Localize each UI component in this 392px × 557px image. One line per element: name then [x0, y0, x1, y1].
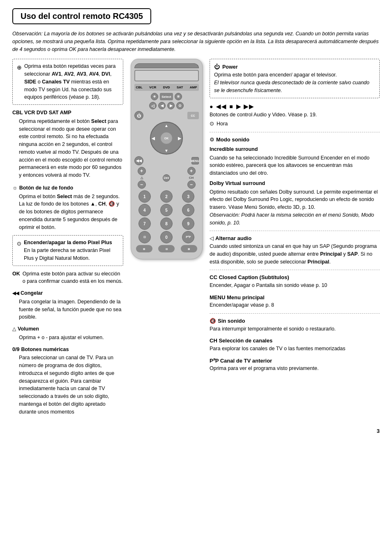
num-1-button[interactable]: 1 [138, 190, 151, 203]
menu-button[interactable]: MENU [191, 157, 199, 164]
mute-icon: 🔇 [210, 317, 216, 325]
bottom-btn-1[interactable]: ⊞ [136, 245, 152, 252]
alt-audio-icon: ◁ [210, 235, 214, 243]
hora-icon: ⊙ [210, 120, 214, 128]
sound-mode-icon: ⚙ [210, 136, 214, 144]
vol-plus-button[interactable]: + [138, 167, 146, 175]
av-input-box: ⊕ Oprima esta botón repetidas veces para… [12, 59, 123, 105]
freeze-section: ◀◀ Congelar Para congelar la imagen. Dep… [12, 289, 123, 321]
left-column: ⊕ Oprima esta botón repetidas veces para… [12, 59, 123, 420]
remote-top-bar [134, 63, 199, 68]
mode-dvd[interactable]: DVD [162, 85, 171, 90]
power-title: Power [222, 63, 238, 71]
mute-section: 🔇 Sin sonido Para interrumpir temporalme… [210, 317, 380, 333]
media-icons: ● ◀◀ ■ ▶ ▶▶ [210, 102, 380, 111]
freeze-title: Congelar [21, 289, 43, 297]
ch-block: + CH − [187, 167, 196, 189]
mode-cbl[interactable]: CBL [135, 85, 143, 90]
num-2-button[interactable]: 2 [160, 190, 173, 203]
remote-screen [134, 70, 199, 81]
mode-vcr[interactable]: VCR [148, 85, 157, 90]
numeric-section: 0/9 Botones numéricas Para seleccionar u… [12, 346, 123, 416]
separator-4 [210, 313, 380, 314]
mode-sat[interactable]: SAT [176, 85, 184, 90]
bottom-btn-3[interactable]: ⊠ [181, 245, 197, 252]
nav-left-button[interactable]: ◀ [152, 136, 155, 141]
page-title: Uso del control remoto RC4305 [21, 12, 143, 21]
dolby-note: Observación: Podrá hacer la misma selecc… [210, 211, 380, 227]
pixel-plus-box: ⊙ Encender/apagar la demo Pixel Plus En … [12, 235, 123, 266]
separator-3 [210, 270, 380, 270]
title-box: Uso del control remoto RC4305 [12, 8, 151, 24]
ch-sel-title: CH Selección de canales [210, 337, 380, 345]
center-column: CBL VCR DVD SAT AMP ⊕ Select ⊞ ◁ ◀ ▶ [127, 59, 205, 259]
num-6-button[interactable]: 6 [182, 204, 194, 216]
dolby-text: Optimo resultado con señales Dolby surro… [210, 188, 380, 211]
nav-up-button[interactable]: ▲ [164, 123, 168, 128]
select-button[interactable]: Select [160, 93, 173, 100]
mute-title: Sin sonido [218, 317, 245, 325]
remote-row-power: ⏻ CC [134, 111, 199, 120]
nav-down-button[interactable]: ▼ [164, 148, 168, 153]
nav-right-button[interactable]: ▶ [178, 136, 181, 141]
num-9-button[interactable]: 9 [182, 217, 194, 230]
right-column: ⏻ Power Oprima este botón para encender/… [210, 59, 380, 377]
ok-section: OK Oprima este botón para activar su ele… [12, 270, 123, 286]
num-0-button[interactable]: 0 [160, 231, 173, 243]
cc-text: Encender, Apagar o Pantalla sin sonido v… [210, 282, 380, 289]
cbl-title: CBL VCR DVD SAT AMP [12, 109, 123, 117]
mute-text: Para interrumpir temporalmente el sonido… [210, 325, 380, 333]
power-button[interactable]: ⏻ [134, 111, 143, 120]
numpad: 1 2 3 4 5 6 7 8 9 ⊡ 0 PᴾP [134, 190, 199, 243]
av-button[interactable]: ⊕ [151, 93, 158, 100]
vol-icon-btn[interactable]: ◁ [149, 102, 157, 109]
freeze-text: Para congelar la imagen. Dependiendo de … [12, 298, 123, 321]
num-3-button[interactable]: 3 [182, 190, 194, 203]
media-text: Botones de control Audio y Video. Véase … [210, 111, 380, 119]
pip-section: PᴾP Canal de TV anterior Oprima para ver… [210, 357, 380, 372]
av-text: Oprima esta botón repetidas veces para s… [24, 62, 119, 101]
power-icon: ⏻ [214, 62, 220, 71]
vol-ch-section: + △ − 1/a∨ + CH − [134, 167, 199, 189]
bottom-btn-2[interactable]: ⊟ [158, 245, 175, 252]
num-4-button[interactable]: 4 [138, 204, 151, 216]
pip-text: Oprima para ver el programa visto previa… [210, 365, 380, 372]
ch-sel-text: Para explorar los canales de TV o las fu… [210, 345, 380, 353]
page-number: 3 [377, 428, 380, 434]
fwd-button[interactable]: ▶ [167, 102, 175, 109]
freeze-icon: ◀◀ [12, 290, 19, 297]
cc-button[interactable]: CC [187, 112, 199, 119]
cc-section: CC Closed Caption (Subtítulos) Encender,… [210, 273, 380, 289]
volume-title: Volumen [18, 325, 39, 333]
page-wrapper: Uso del control remoto RC4305 Observació… [12, 8, 380, 434]
num-8-button[interactable]: 8 [160, 217, 173, 230]
nav-ring-wrap: ▲ ▼ ◀ ▶ OK [150, 122, 183, 155]
num-7-button[interactable]: 7 [138, 217, 151, 230]
num-5-button[interactable]: 5 [160, 204, 173, 216]
freeze-button[interactable]: ◀◀ [134, 156, 143, 165]
separator-2 [210, 231, 380, 231]
sound-mode-section: ⚙ Modo sonido Incredible surround Cuando… [210, 136, 380, 226]
power-text: Oprima este botón para encender/ apagar … [214, 71, 375, 79]
separator-1 [210, 132, 380, 132]
ch-minus-button[interactable]: − [187, 180, 196, 189]
num-tv-button[interactable]: ⊡ [138, 231, 151, 243]
mode-amp[interactable]: AMP [189, 85, 198, 90]
ok-center-button[interactable]: OK [160, 132, 173, 144]
power-box: ⏻ Power Oprima este botón para encender/… [210, 59, 380, 98]
pixel-plus-text: Encender/apagar la demo Pixel Plus En la… [24, 239, 119, 262]
volume-text: Oprima + o - para ajustar el volumen. [12, 334, 123, 342]
vol-minus-button[interactable]: − [138, 180, 146, 189]
numeric-text: Para seleccionar un canal de TV. Para un… [12, 354, 123, 416]
ch-plus-button[interactable]: + [187, 167, 196, 175]
num-pip-button[interactable]: PᴾP [182, 231, 194, 243]
input-button[interactable]: 1/a∨ [163, 174, 170, 182]
cam-button[interactable]: ⊙ [176, 102, 184, 109]
media-ctrl-button[interactable]: ⊞ [175, 93, 182, 100]
observation-text: Observación: La mayoría de los botones s… [12, 30, 380, 53]
hora-label: Hora [217, 120, 228, 128]
backlight-title: Botón de luz de fondo [19, 184, 73, 192]
rew-button[interactable]: ◀ [158, 102, 166, 109]
remote-row-3: ◀◀ MENU [134, 156, 199, 165]
menu-text: Encender/apagar véase p. 8 [210, 301, 380, 309]
